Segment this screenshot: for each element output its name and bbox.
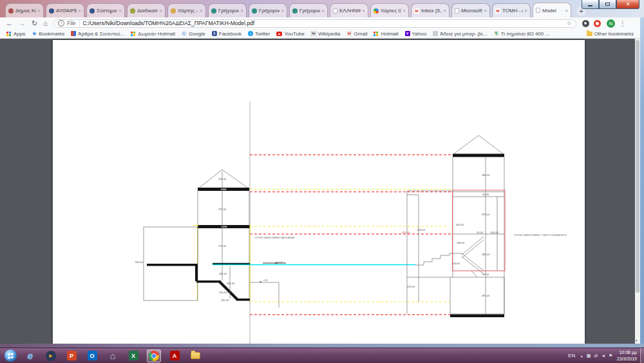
taskbar-powerpoint[interactable] xyxy=(64,349,79,362)
bookmark-dorean-hotmail[interactable]: Δωρεάν Hotmail xyxy=(131,31,175,37)
bookmark-youtube[interactable]: YouTube xyxy=(276,31,304,37)
tab-close-icon[interactable]: × xyxy=(281,8,284,14)
usb-icon[interactable] xyxy=(594,353,598,358)
url-text[interactable]: C:/Users/Niki/Downloads/ΤΟΜΗ%20ΑΔΕΙΑΣ_ΠΡ… xyxy=(83,20,564,26)
bookmark-apps[interactable]: Apps xyxy=(6,31,25,37)
bookmark-hotmail[interactable]: Hotmail xyxy=(374,31,398,37)
bookmark-ti-simainei[interactable]: Τι σημαίνει 8Ω 400 ... xyxy=(494,31,549,37)
tab-google-maps[interactable]: Χάρτες Go× xyxy=(370,3,409,17)
tab-model-active[interactable]: Model× xyxy=(533,3,571,17)
back-icon[interactable] xyxy=(6,20,13,27)
tab-close-icon[interactable]: × xyxy=(321,8,325,14)
tab-microsoft[interactable]: Microsoft× xyxy=(451,3,490,17)
tab-close-icon[interactable]: × xyxy=(524,8,527,14)
minimize-button[interactable] xyxy=(582,0,599,9)
generic-green-icon xyxy=(494,31,499,36)
profile-avatar[interactable]: N xyxy=(607,19,615,28)
language-indicator[interactable]: EN xyxy=(568,353,575,358)
hidden-icons-arrow[interactable] xyxy=(580,353,583,358)
tab-xartis[interactable]: Χάρτης -× xyxy=(167,3,206,17)
gmail-icon xyxy=(347,31,352,36)
tab-close-icon[interactable]: × xyxy=(159,8,162,14)
other-bookmarks-label: Other bookmarks xyxy=(594,31,634,37)
action-center-flag-icon[interactable] xyxy=(609,353,612,358)
tab-title: Microsoft xyxy=(461,8,482,14)
tab-close-icon[interactable]: × xyxy=(402,8,406,14)
bookmark-twitter[interactable]: Twitter xyxy=(248,31,270,37)
tab-close-icon[interactable]: × xyxy=(362,8,365,14)
tab-afthaireta[interactable]: ΑΥΘΑΙΡΕΤ× xyxy=(46,3,84,17)
other-bookmarks-button[interactable]: Other bookmarks xyxy=(587,31,634,37)
bookmark-wikipedia[interactable]: Wikipedia xyxy=(311,31,341,37)
dim-145: 145.00 xyxy=(221,299,229,302)
dim-basement: 295.00 xyxy=(482,294,490,297)
tab-close-icon[interactable]: × xyxy=(200,8,203,14)
tab-close-icon[interactable]: × xyxy=(118,8,122,14)
scrollbar[interactable] xyxy=(635,39,640,344)
taskbar-chrome-active[interactable] xyxy=(147,349,161,362)
tab-close-icon[interactable]: × xyxy=(37,8,41,14)
bookmark-yahoo[interactable]: Yahoo xyxy=(405,31,427,37)
gmail-favicon xyxy=(495,8,500,14)
tab-systima[interactable]: Σύστημα Δ× xyxy=(86,3,125,17)
wikipedia-icon xyxy=(311,31,316,36)
taskbar-acrobat[interactable] xyxy=(167,349,182,362)
taskbar-media-player[interactable] xyxy=(44,349,58,362)
show-desktop-button[interactable] xyxy=(640,348,644,363)
browser-menu-icon[interactable] xyxy=(620,20,626,27)
start-button[interactable] xyxy=(5,349,17,362)
taskbar-outlook[interactable] xyxy=(85,349,99,362)
extension-icon-dark[interactable] xyxy=(582,20,589,27)
site-favicon xyxy=(292,8,298,14)
bookmark-facebook[interactable]: Facebook xyxy=(212,31,242,37)
tab-grigoros-1[interactable]: Γρήγορος× xyxy=(208,3,247,17)
tab-inbox[interactable]: Inbox (5,1× xyxy=(411,3,450,17)
bookmark-label: YouTube xyxy=(284,31,304,37)
apps-grid-icon xyxy=(6,32,8,34)
taskbar-home-app[interactable] xyxy=(106,349,120,362)
bookmark-label: Gmail xyxy=(354,31,368,37)
tab-close-icon[interactable]: × xyxy=(443,8,446,14)
site-favicon xyxy=(8,8,14,14)
bookmark-adeia[interactable]: Άδεια για μπαρ- βε... xyxy=(433,31,488,37)
clock-date: 23/3/2019 xyxy=(617,356,637,362)
tab-close-icon[interactable]: × xyxy=(240,8,243,14)
tab-elliniko[interactable]: ΕΛΛΗΝΙΚ× xyxy=(330,3,368,17)
taskbar-internet-explorer[interactable] xyxy=(23,349,37,362)
bookmark-bookmarks[interactable]: Bookmarks xyxy=(32,30,64,37)
bookmark-arthra[interactable]: Άρθρα & Συνεντεύ... xyxy=(71,31,124,37)
home-icon[interactable] xyxy=(43,20,48,27)
dim-left-upper: 275.00 xyxy=(218,208,227,211)
tab-title: Γρήγορος xyxy=(259,8,279,14)
tab-grigoros-2[interactable]: Γρήγορος× xyxy=(249,3,287,17)
tab-close-icon[interactable]: × xyxy=(565,8,568,14)
reload-icon[interactable] xyxy=(32,20,37,27)
clock[interactable]: 10:08 μμ 23/3/2019 xyxy=(617,349,637,361)
tab-title: ΤΟΜΗ - a xyxy=(502,8,523,14)
page-info-icon[interactable] xyxy=(58,20,64,26)
tab-tomi-mail[interactable]: ΤΟΜΗ - a× xyxy=(492,3,531,17)
extension-icon-red[interactable] xyxy=(594,20,601,27)
network-icon[interactable] xyxy=(587,353,591,358)
left-slab2-label: ΔΩΜΑ xyxy=(222,226,227,228)
close-button[interactable] xyxy=(616,0,639,9)
tab-title: Model xyxy=(542,8,564,14)
bookmark-star-icon[interactable] xyxy=(567,20,572,26)
tab-grigoros-3[interactable]: Γρήγορος× xyxy=(289,3,328,17)
tab-dimos[interactable]: Δήμος Κα× xyxy=(5,3,44,17)
bookmark-gmail[interactable]: Gmail xyxy=(347,31,368,37)
address-bar[interactable]: File C:/Users/Niki/Downloads/ΤΟΜΗ%20ΑΔΕΙ… xyxy=(53,19,576,28)
bookmark-google[interactable]: Google xyxy=(182,31,205,37)
tab-close-icon[interactable]: × xyxy=(78,8,81,14)
tab-diadikasia[interactable]: Διαδικασ× xyxy=(127,3,166,17)
maximize-button[interactable] xyxy=(599,0,616,9)
scrollbar-thumb[interactable] xyxy=(636,40,639,293)
volume-icon[interactable] xyxy=(601,353,605,358)
tab-close-icon[interactable]: × xyxy=(484,8,487,14)
dim-30c: 30.00 xyxy=(482,273,489,276)
scroll-down-icon[interactable] xyxy=(636,339,638,342)
forward-icon[interactable] xyxy=(19,20,26,27)
dim-225: 225.00 xyxy=(407,285,415,288)
taskbar-excel[interactable] xyxy=(126,349,140,362)
taskbar-explorer[interactable] xyxy=(188,349,202,362)
